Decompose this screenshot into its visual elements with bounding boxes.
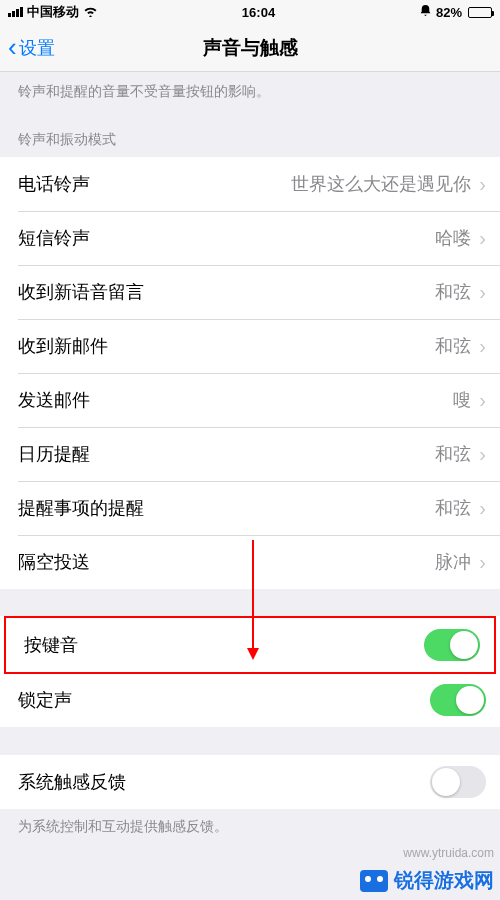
wifi-icon bbox=[83, 5, 98, 20]
toggle-lock-sound[interactable] bbox=[430, 684, 486, 716]
cell-value: 世界这么大还是遇见你 bbox=[291, 172, 471, 196]
battery-icon bbox=[466, 7, 492, 18]
cell-label: 锁定声 bbox=[18, 688, 72, 712]
battery-percent: 82% bbox=[436, 5, 462, 20]
cell-label: 电话铃声 bbox=[18, 172, 90, 196]
cell-label: 隔空投送 bbox=[18, 550, 90, 574]
signal-icon bbox=[8, 7, 23, 17]
cell-value: 嗖 bbox=[453, 388, 471, 412]
chevron-right-icon: › bbox=[479, 497, 486, 520]
ringtone-group: 电话铃声 世界这么大还是遇见你 › 短信铃声 哈喽 › 收到新语音留言 和弦 ›… bbox=[0, 157, 500, 589]
row-reminder-alert[interactable]: 提醒事项的提醒 和弦 › bbox=[0, 481, 500, 535]
status-bar: 中国移动 16:04 82% bbox=[0, 0, 500, 24]
cell-value: 哈喽 bbox=[435, 226, 471, 250]
haptics-group: 系统触感反馈 bbox=[0, 755, 500, 809]
alarm-icon bbox=[419, 4, 432, 20]
chevron-right-icon: › bbox=[479, 551, 486, 574]
content-scroll[interactable]: 铃声和提醒的音量不受音量按钮的影响。 铃声和振动模式 电话铃声 世界这么大还是遇… bbox=[0, 72, 500, 900]
cell-value: 和弦 bbox=[435, 496, 471, 520]
cell-label: 系统触感反馈 bbox=[18, 770, 126, 794]
cell-label: 按键音 bbox=[24, 633, 78, 657]
cell-label: 短信铃声 bbox=[18, 226, 90, 250]
cell-label: 收到新邮件 bbox=[18, 334, 108, 358]
cell-value: 和弦 bbox=[435, 442, 471, 466]
row-sent-mail[interactable]: 发送邮件 嗖 › bbox=[0, 373, 500, 427]
section-header-ringtone: 铃声和振动模式 bbox=[0, 120, 500, 158]
clock: 16:04 bbox=[242, 5, 275, 20]
toggle-keyboard-clicks[interactable] bbox=[424, 629, 480, 661]
page-title: 声音与触感 bbox=[203, 35, 298, 61]
chevron-right-icon: › bbox=[479, 173, 486, 196]
chevron-right-icon: › bbox=[479, 335, 486, 358]
nav-bar: ‹ 设置 声音与触感 bbox=[0, 24, 500, 72]
carrier-label: 中国移动 bbox=[27, 3, 79, 21]
row-keyboard-clicks: 按键音 bbox=[6, 618, 494, 672]
cell-label: 日历提醒 bbox=[18, 442, 90, 466]
row-system-haptics: 系统触感反馈 bbox=[0, 755, 500, 809]
back-label: 设置 bbox=[19, 36, 55, 60]
cell-label: 收到新语音留言 bbox=[18, 280, 144, 304]
row-calendar-alert[interactable]: 日历提醒 和弦 › bbox=[0, 427, 500, 481]
chevron-right-icon: › bbox=[479, 389, 486, 412]
row-voicemail[interactable]: 收到新语音留言 和弦 › bbox=[0, 265, 500, 319]
chevron-right-icon: › bbox=[479, 227, 486, 250]
row-text-tone[interactable]: 短信铃声 哈喽 › bbox=[0, 211, 500, 265]
haptics-footer: 为系统控制和互动提供触感反馈。 bbox=[0, 809, 500, 855]
chevron-right-icon: › bbox=[479, 443, 486, 466]
annotation-highlight: 按键音 bbox=[4, 616, 496, 674]
cell-value: 脉冲 bbox=[435, 550, 471, 574]
cell-label: 发送邮件 bbox=[18, 388, 90, 412]
row-airdrop[interactable]: 隔空投送 脉冲 › bbox=[0, 535, 500, 589]
section-note: 铃声和提醒的音量不受音量按钮的影响。 bbox=[0, 72, 500, 120]
sounds-toggle-group: 按键音 锁定声 bbox=[0, 616, 500, 727]
chevron-right-icon: › bbox=[479, 281, 486, 304]
cell-value: 和弦 bbox=[435, 280, 471, 304]
row-new-mail[interactable]: 收到新邮件 和弦 › bbox=[0, 319, 500, 373]
row-phone-ringtone[interactable]: 电话铃声 世界这么大还是遇见你 › bbox=[0, 157, 500, 211]
cell-label: 提醒事项的提醒 bbox=[18, 496, 144, 520]
toggle-system-haptics[interactable] bbox=[430, 766, 486, 798]
back-button[interactable]: ‹ 设置 bbox=[8, 36, 55, 60]
cell-value: 和弦 bbox=[435, 334, 471, 358]
row-lock-sound: 锁定声 bbox=[0, 673, 500, 727]
chevron-left-icon: ‹ bbox=[8, 34, 17, 60]
